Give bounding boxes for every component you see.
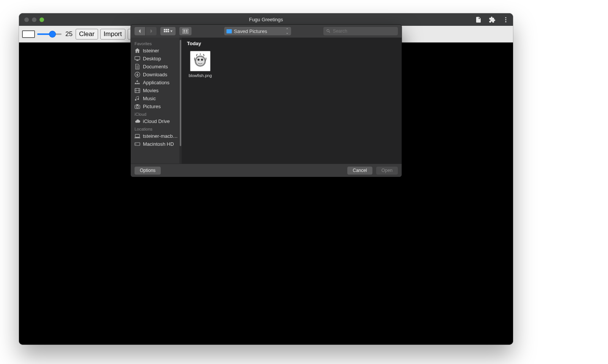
sidebar-item-label: Music: [143, 96, 156, 101]
import-button[interactable]: Import: [100, 29, 125, 39]
hd-icon: [135, 141, 140, 147]
fullscreen-window-button[interactable]: [40, 17, 44, 22]
home-icon: [135, 48, 140, 54]
group-button[interactable]: [179, 27, 192, 35]
laptop-icon: [135, 133, 140, 139]
sidebar-item-pictures[interactable]: Pictures: [131, 102, 182, 110]
svg-point-16: [198, 59, 200, 61]
file-dialog-sidebar: Favorites tsteinerDesktopDocumentsDownlo…: [131, 38, 182, 164]
nav-back-button[interactable]: [135, 27, 145, 35]
desktop-icon: [135, 56, 140, 61]
titlebar: Fugu Greetings: [19, 13, 513, 26]
location-dropdown[interactable]: Saved Pictures ⌃⌄: [224, 27, 291, 35]
svg-rect-7: [166, 31, 167, 32]
svg-rect-9: [182, 29, 188, 33]
sidebar-item-label: Documents: [143, 64, 168, 69]
sidebar-item-desktop[interactable]: Desktop: [131, 55, 182, 63]
minimize-window-button[interactable]: [32, 17, 36, 22]
music-icon: [135, 96, 140, 101]
file-open-dialog: Saved Pictures ⌃⌄ Favorites tsteinerDesk…: [131, 25, 402, 177]
sidebar-item-label: Movies: [143, 88, 158, 93]
movie-icon: [135, 88, 140, 93]
chevron-down-icon: [170, 30, 173, 32]
camera-icon: [135, 104, 140, 109]
sidebar-scrollbar[interactable]: [179, 38, 182, 164]
color-swatch[interactable]: [22, 30, 35, 38]
svg-point-0: [505, 17, 507, 18]
file-list-pane: Today blowfish.png: [182, 38, 402, 164]
svg-rect-10: [183, 30, 185, 31]
file-item[interactable]: blowfish.png: [187, 51, 214, 78]
cloud-icon: [135, 118, 140, 124]
search-field[interactable]: [323, 27, 398, 35]
download-icon: [135, 72, 140, 77]
brush-size-slider[interactable]: [37, 31, 62, 38]
brush-size-value: 25: [65, 30, 73, 38]
sidebar-header-icloud: iCloud: [131, 110, 182, 117]
sidebar-item-label: Downloads: [143, 72, 167, 77]
sidebar-item-documents[interactable]: Documents: [131, 63, 182, 71]
sidebar-item-applications[interactable]: Applications: [131, 79, 182, 87]
sidebar-header-favorites: Favorites: [131, 40, 182, 47]
file-thumbnail: [190, 51, 211, 71]
search-icon: [326, 29, 331, 33]
file-dialog-footer: Options Cancel Open: [131, 164, 402, 177]
close-window-button[interactable]: [24, 17, 29, 22]
sidebar-item-downloads[interactable]: Downloads: [131, 71, 182, 79]
svg-rect-8: [168, 31, 169, 32]
svg-rect-13: [186, 32, 188, 32]
svg-rect-12: [186, 30, 188, 31]
doc-icon: [135, 64, 140, 69]
sidebar-item-label: Pictures: [143, 104, 161, 109]
svg-point-17: [201, 59, 203, 61]
options-button[interactable]: Options: [135, 167, 161, 175]
traffic-lights: [24, 17, 44, 22]
more-menu-icon[interactable]: [502, 16, 509, 23]
sidebar-item-label: tsteiner: [143, 48, 159, 54]
search-input[interactable]: [333, 28, 395, 34]
svg-rect-6: [164, 31, 165, 32]
sidebar-item-icloud-drive[interactable]: iCloud Drive: [131, 117, 182, 125]
open-button: Open: [376, 167, 398, 175]
cancel-button[interactable]: Cancel: [347, 167, 372, 175]
sidebar-header-locations: Locations: [131, 125, 182, 132]
sidebar-item-tsteiner[interactable]: tsteiner: [131, 47, 182, 55]
svg-rect-3: [164, 29, 165, 30]
file-section-header: Today: [182, 38, 402, 49]
svg-rect-5: [168, 29, 169, 30]
sidebar-item-tsteiner-macb-[interactable]: tsteiner-macb…: [131, 132, 182, 140]
file-name: blowfish.png: [188, 73, 212, 78]
nav-buttons: [135, 27, 157, 35]
sidebar-item-label: Macintosh HD: [143, 141, 174, 147]
svg-point-2: [505, 21, 507, 22]
nav-forward-button: [146, 27, 157, 35]
extensions-icon[interactable]: [489, 16, 496, 23]
apps-icon: [135, 80, 140, 85]
svg-rect-4: [166, 29, 167, 30]
window-title: Fugu Greetings: [19, 17, 513, 22]
sidebar-item-label: iCloud Drive: [143, 118, 170, 124]
sidebar-item-label: Desktop: [143, 56, 161, 61]
svg-rect-11: [183, 32, 185, 32]
sidebar-item-macintosh-hd[interactable]: Macintosh HD: [131, 140, 182, 148]
sidebar-item-music[interactable]: Music: [131, 95, 182, 102]
title-actions: [475, 16, 509, 23]
clear-button[interactable]: Clear: [76, 29, 98, 39]
location-label: Saved Pictures: [234, 28, 267, 34]
chevron-updown-icon: ⌃⌄: [286, 28, 289, 34]
document-icon[interactable]: [475, 16, 482, 23]
folder-icon: [226, 29, 232, 33]
sidebar-item-movies[interactable]: Movies: [131, 87, 182, 95]
sidebar-item-label: Applications: [143, 80, 169, 85]
view-mode-button[interactable]: [160, 27, 176, 35]
sidebar-item-label: tsteiner-macb…: [143, 133, 178, 139]
file-dialog-toolbar: Saved Pictures ⌃⌄: [131, 25, 402, 38]
svg-point-1: [505, 19, 507, 20]
